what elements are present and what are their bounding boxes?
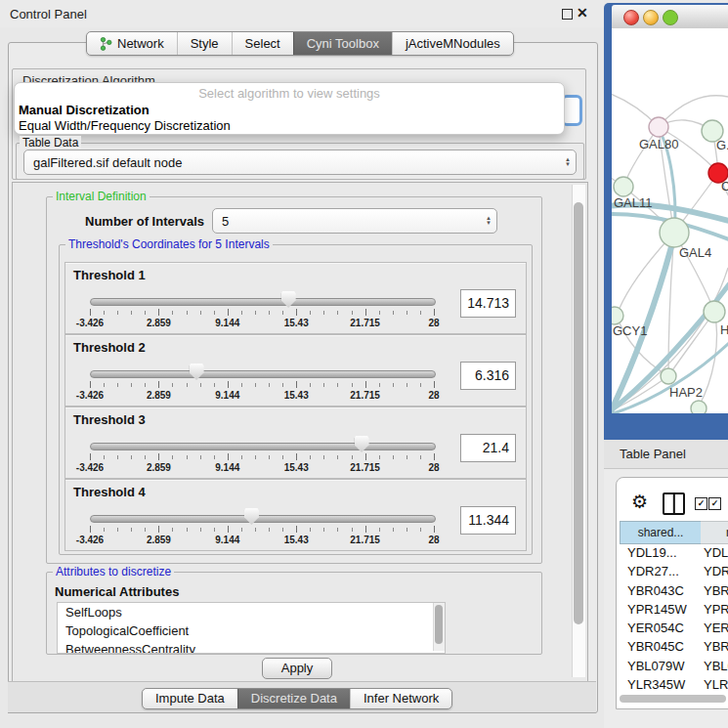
tab-network[interactable]: Network [87,32,177,55]
node-gcy1[interactable] [612,307,623,324]
threshold-3-panel: Threshold 3 21.4 -3.4262.8599.14415.4321… [64,407,527,479]
minimize-traffic-light-icon[interactable] [643,10,659,25]
label-partial-g: G. [716,138,728,152]
threshold-3-slider-track[interactable] [90,443,436,450]
threshold-2-label: Threshold 2 [73,340,146,355]
apply-button[interactable]: Apply [262,658,332,679]
tab-impute-data[interactable]: Impute Data [143,689,237,708]
column-header-name[interactable]: na [701,521,728,544]
tick-mark [158,453,159,460]
tab-cyni-toolbox[interactable]: Cyni Toolbox [293,32,392,55]
tick-label: 9.144 [198,535,257,545]
threshold-4-slider-track[interactable] [90,515,436,523]
combobox-stepper-icon[interactable]: ▲▼ [560,157,576,167]
tick-mark [379,311,380,315]
tick-mark [379,383,380,387]
float-window-icon[interactable] [562,9,573,20]
tick-mark [310,311,311,315]
tick-mark [282,528,283,532]
tick-mark [90,526,91,533]
node-gal11[interactable] [614,177,633,196]
tick-mark [187,311,188,315]
combobox-stepper-icon[interactable]: ▲▼ [481,216,496,226]
attributes-scrollbar[interactable] [433,603,445,651]
tick-mark [310,455,311,459]
threshold-1-value-field[interactable]: 14.713 [460,289,516,318]
settings-scroll-panel: Interval Definition Number of Intervals … [12,182,588,682]
gear-icon[interactable]: ⚙ [631,491,648,513]
tick-mark [214,455,215,459]
cell-shared-name: YBR043C [627,581,684,600]
node-gal80[interactable] [649,117,668,137]
tick-mark [131,383,132,387]
horizontal-scrollbar-thumb[interactable] [620,695,726,703]
node-partial-right[interactable] [704,301,725,322]
tab-jactivemnodules[interactable]: jActiveMNodules [392,32,513,55]
tick-mark [131,311,132,315]
list-item[interactable]: BetweennessCentrality [58,640,445,654]
tab-select[interactable]: Select [232,32,293,55]
interval-definition-group: Interval Definition Number of Intervals … [46,196,542,564]
table-row[interactable]: YDR27...YDR2 [620,562,728,580]
list-item[interactable]: SelfLoops [58,603,445,621]
checkbox-icon[interactable]: ✓ [708,497,721,510]
network-graph: GAL80 G. C GAL11 GAL4 GCY1 H HAP2 [612,28,728,413]
network-canvas[interactable]: GAL80 G. C GAL11 GAL4 GCY1 H HAP2 [612,28,728,413]
vertical-scrollbar[interactable] [572,185,585,677]
dropdown-option-equal-width-frequency[interactable]: Equal Width/Frequency Discretization [19,118,564,133]
threshold-2-slider-track[interactable] [90,370,436,378]
tick-mark [323,528,324,532]
node-gal4[interactable] [660,218,689,247]
window-title: Control Panel [10,7,87,21]
tick-mark [145,383,146,387]
table-row[interactable]: YER054CYER0 [620,619,728,637]
tab-style[interactable]: Style [177,32,232,55]
tick-mark [269,383,270,387]
column-header-shared-name[interactable]: shared... [620,521,702,544]
tick-mark [365,526,366,533]
tab-discretize-data[interactable]: Discretize Data [237,689,350,708]
attributes-title: Attributes to discretize [53,565,174,578]
table-row[interactable]: YBR043CYBR0 [620,581,728,600]
number-of-intervals-value: 5 [213,214,481,229]
tick-mark [352,455,353,459]
algorithm-dropdown-popup: Select algorithm to view settings Manual… [14,82,565,135]
attributes-scrollbar-thumb[interactable] [435,605,443,644]
tick-label: 9.144 [198,318,257,328]
table-row[interactable]: YPR145WYPR1 [620,600,728,619]
tick-mark [269,528,270,532]
tick-mark [228,381,229,388]
screen: { "colors":{ "selected_tab_bg":"#6e6e6e"… [0,0,728,728]
tick-mark [172,311,173,315]
tab-infer-network[interactable]: Infer Network [350,689,451,708]
table-data-combobox[interactable]: galFiltered.sif default node ▲▼ [23,150,577,175]
vertical-scrollbar-thumb[interactable] [574,202,583,624]
table-row[interactable]: YBR045CYBR0 [620,637,728,656]
table-row[interactable]: YLR345WYLR3 [620,675,728,690]
tick-mark [241,455,242,459]
table-row[interactable]: YDL19...YDL1 [620,543,728,562]
checkbox-icon[interactable]: ✓ [695,497,707,510]
network-window-titlebar [612,5,728,29]
node-hap2[interactable] [661,368,676,384]
node-partial-bottom[interactable] [691,401,707,413]
columns-icon[interactable] [663,492,685,515]
tick-mark [200,455,201,459]
threshold-4-value-field[interactable]: 11.344 [460,506,516,535]
tick-label: -3.426 [61,462,119,473]
close-traffic-light-icon[interactable] [623,10,639,25]
tick-mark [117,455,118,459]
tick-mark [228,309,229,316]
tick-mark [158,381,159,388]
tick-mark [434,381,435,388]
close-icon[interactable]: ✕ [577,5,588,21]
tick-mark [352,528,353,532]
list-item[interactable]: TopologicalCoefficient [58,621,445,640]
dropdown-option-manual-discretization[interactable]: Manual Discretization [19,103,564,117]
number-of-intervals-combobox[interactable]: 5 ▲▼ [212,208,497,234]
threshold-1-slider-track[interactable] [90,298,436,306]
threshold-3-value-field[interactable]: 21.4 [460,434,516,462]
zoom-traffic-light-icon[interactable] [663,10,678,25]
threshold-2-value-field[interactable]: 6.316 [460,362,516,390]
table-row[interactable]: YBL079WYBL0 [620,657,728,675]
